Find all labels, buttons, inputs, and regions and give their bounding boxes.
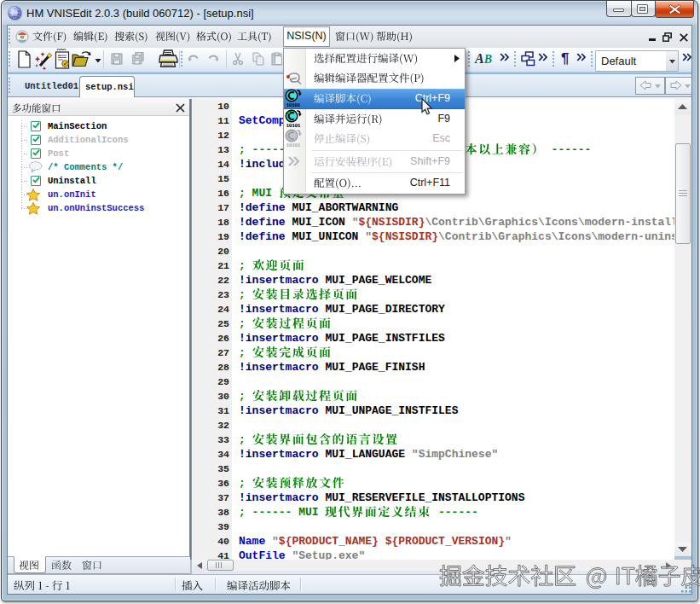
svg-text:10101: 10101 (286, 102, 301, 108)
svg-text:10101: 10101 (286, 142, 301, 148)
svg-text:10101: 10101 (286, 123, 301, 129)
